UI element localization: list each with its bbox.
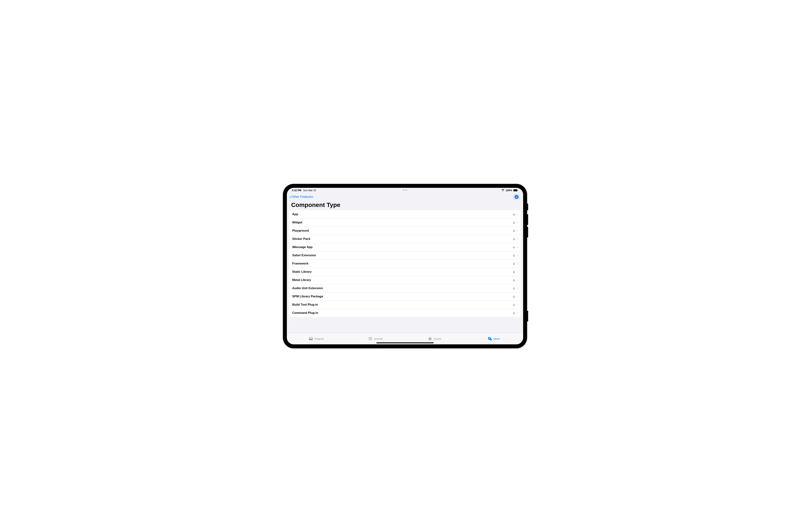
chevron-right-icon: ›	[517, 286, 518, 290]
chevron-right-icon: ›	[517, 270, 518, 274]
component-type-list: App›Widget›Playground›Sticker Pack›iMess…	[289, 210, 521, 317]
row-label: Static Library	[292, 270, 513, 274]
tab-label: Projects	[314, 337, 324, 340]
wifi-icon	[501, 189, 505, 192]
hardware-button	[527, 227, 528, 238]
list-row[interactable]: Playground›	[289, 227, 521, 235]
list-row[interactable]: App›	[289, 210, 521, 219]
lock-icon	[513, 278, 515, 281]
status-date: Sun Mar 10	[303, 189, 316, 192]
compose-icon	[368, 337, 372, 341]
page-title: Component Type	[287, 201, 523, 210]
chevron-right-icon: ›	[517, 253, 518, 257]
list-row[interactable]: Static Library›	[289, 268, 521, 276]
list-row[interactable]: Build Tool Plug-in›	[289, 301, 521, 309]
row-label: Sticker Pack	[292, 237, 513, 241]
list-row[interactable]: Safari Extension›	[289, 251, 521, 259]
lock-icon	[513, 303, 515, 306]
lock-icon	[513, 262, 515, 265]
chevron-right-icon: ›	[517, 212, 518, 216]
tab-more[interactable]: More	[464, 333, 523, 344]
row-label: Widget	[292, 221, 513, 224]
chevron-right-icon: ›	[517, 262, 518, 265]
chevron-right-icon: ›	[517, 245, 518, 249]
battery-icon	[513, 189, 518, 192]
lock-icon	[513, 311, 515, 315]
lock-icon	[513, 221, 515, 224]
tab-bar: Projects Journal Issues More	[287, 333, 523, 344]
lock-icon	[513, 287, 515, 290]
row-label: Safari Extension	[292, 254, 513, 257]
lock-icon	[513, 237, 515, 240]
hardware-button	[527, 204, 528, 210]
bug-icon	[428, 337, 432, 341]
list-row[interactable]: Widget›	[289, 219, 521, 227]
chevron-right-icon: ›	[517, 237, 518, 241]
row-label: Metal Library	[292, 278, 513, 282]
ipad-frame: 3:32 PM Sun Mar 10 100% ‹ Other Features	[283, 184, 527, 348]
list-row[interactable]: Sticker Pack›	[289, 235, 521, 243]
hardware-button	[527, 311, 528, 322]
chevron-right-icon: ›	[517, 229, 518, 232]
tab-label: More	[493, 337, 500, 340]
row-label: Framework	[292, 262, 513, 265]
plus-icon: ＋	[515, 195, 518, 199]
bottom-fade	[287, 330, 523, 333]
content-scroll[interactable]: App›Widget›Playground›Sticker Pack›iMess…	[287, 210, 523, 333]
tab-projects[interactable]: Projects	[287, 333, 346, 344]
list-row[interactable]: Framework›	[289, 259, 521, 268]
lock-icon	[513, 213, 515, 216]
tab-label: Journal	[374, 337, 383, 340]
chevron-right-icon: ›	[517, 221, 518, 224]
list-row[interactable]: Audio Unit Extension›	[289, 284, 521, 292]
svg-rect-2	[518, 190, 518, 191]
status-bar: 3:32 PM Sun Mar 10 100%	[287, 188, 523, 193]
chevron-left-icon: ‹	[289, 194, 291, 199]
chevron-right-icon: ›	[517, 278, 518, 282]
lock-icon	[513, 295, 515, 298]
inbox-icon	[309, 337, 313, 340]
lock-icon	[513, 245, 515, 248]
status-time: 3:32 PM	[292, 189, 301, 192]
hardware-button	[527, 214, 528, 225]
row-label: Audio Unit Extension	[292, 287, 513, 290]
lock-icon	[513, 229, 515, 232]
row-label: Command Plug-in	[292, 311, 513, 315]
row-label: SPM Library Package	[292, 295, 513, 298]
list-row[interactable]: SPM Library Package›	[289, 292, 521, 301]
list-row[interactable]: iMessage App›	[289, 243, 521, 251]
chevron-right-icon: ›	[517, 294, 518, 298]
battery-percent: 100%	[506, 189, 512, 192]
lock-icon	[513, 270, 515, 273]
multitask-dots[interactable]	[403, 190, 407, 191]
back-button[interactable]: ‹ Other Features	[289, 195, 313, 199]
row-label: Playground	[292, 229, 513, 232]
chevron-right-icon: ›	[517, 303, 518, 306]
tab-label: Issues	[434, 337, 441, 340]
row-label: Build Tool Plug-in	[292, 303, 513, 306]
back-label: Other Features	[291, 195, 313, 199]
svg-rect-1	[514, 190, 517, 191]
chevron-right-icon: ›	[517, 311, 518, 315]
home-indicator[interactable]	[376, 342, 434, 343]
screen: 3:32 PM Sun Mar 10 100% ‹ Other Features	[287, 188, 523, 344]
list-row[interactable]: Metal Library›	[289, 276, 521, 284]
gears-icon	[488, 337, 492, 341]
add-button[interactable]: ＋	[513, 194, 520, 200]
row-label: iMessage App	[292, 245, 513, 249]
lock-icon	[513, 254, 515, 257]
navigation-bar: ‹ Other Features ＋	[287, 193, 523, 201]
row-label: App	[292, 212, 513, 216]
list-row[interactable]: Command Plug-in›	[289, 309, 521, 317]
